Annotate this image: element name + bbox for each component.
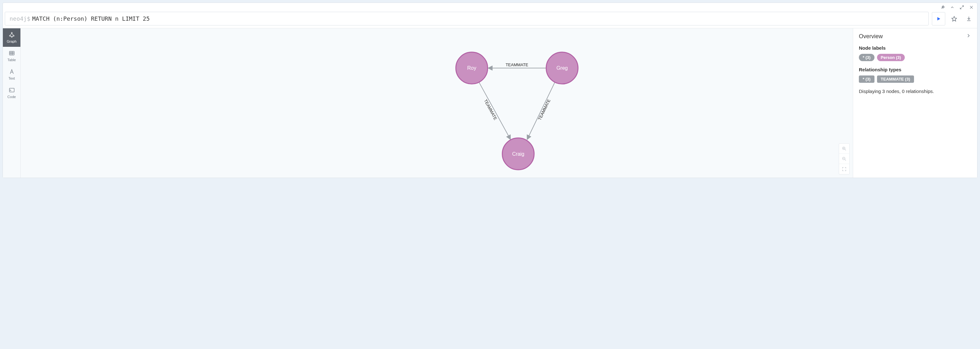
pin-icon[interactable]	[940, 5, 945, 10]
result-frame: neo4j$ MATCH (n:Person) RETURN n LIMIT 2…	[3, 3, 977, 178]
node-roy[interactable]: Roy	[456, 52, 488, 84]
text-icon	[9, 68, 15, 76]
sidebar-item-label: Table	[7, 58, 16, 62]
svg-line-8	[12, 33, 13, 35]
svg-point-3	[11, 32, 12, 33]
query-row: neo4j$ MATCH (n:Person) RETURN n LIMIT 2…	[3, 11, 977, 28]
node-label: Greg	[556, 65, 568, 71]
edge-label: TEAMMATE	[483, 98, 498, 121]
chevron-right-icon[interactable]	[966, 33, 971, 40]
window-icon-bar	[3, 3, 977, 11]
svg-line-21	[845, 149, 846, 150]
sidebar-item-label: Graph	[7, 40, 17, 43]
edge-label: TEAMMATE	[537, 98, 552, 121]
edge-label: TEAMMATE	[506, 62, 528, 67]
sidebar-item-code[interactable]: Code	[3, 84, 21, 102]
sidebar-item-text[interactable]: Text	[3, 65, 21, 84]
svg-point-4	[9, 35, 10, 36]
zoom-fit-button[interactable]	[839, 164, 849, 174]
svg-line-9	[10, 36, 11, 36]
svg-line-10	[12, 36, 13, 36]
zoom-out-button[interactable]	[839, 154, 849, 164]
pill-teammate[interactable]: TEAMMATE (3)	[877, 76, 914, 83]
close-icon[interactable]	[969, 5, 974, 10]
view-sidebar: Graph Table Text Code	[3, 29, 21, 178]
relationship-types-heading: Relationship types	[859, 67, 971, 72]
run-button[interactable]	[932, 12, 945, 25]
table-icon	[9, 50, 15, 57]
main-area: Graph Table Text Code	[3, 28, 977, 178]
prompt-label: neo4j$	[10, 15, 30, 22]
pill-all-nodes[interactable]: * (3)	[859, 54, 875, 61]
graph-canvas[interactable]: TEAMMATE TEAMMATE TEAMMATE Roy Greg	[21, 29, 853, 178]
collapse-up-icon[interactable]	[950, 5, 955, 10]
node-label-pills: * (3) Person (3)	[859, 54, 971, 61]
pill-person[interactable]: Person (3)	[877, 54, 905, 61]
overview-panel: Overview Node labels * (3) Person (3) Re…	[853, 29, 977, 178]
overview-header: Overview	[859, 33, 971, 40]
query-text: MATCH (n:Person) RETURN n LIMIT 25	[32, 15, 150, 22]
relationship-type-pills: * (3) TEAMMATE (3)	[859, 76, 971, 83]
svg-marker-2	[952, 16, 957, 21]
svg-rect-11	[9, 51, 14, 55]
svg-line-7	[10, 33, 12, 35]
download-icon[interactable]	[963, 12, 975, 25]
node-labels-heading: Node labels	[859, 45, 971, 51]
pill-all-relationships[interactable]: * (3)	[859, 76, 875, 83]
display-status: Displaying 3 nodes, 0 relationships.	[859, 89, 971, 94]
favorite-icon[interactable]	[948, 12, 960, 25]
sidebar-item-label: Code	[7, 95, 16, 99]
graph-icon	[9, 32, 15, 38]
edge-roy-craig[interactable]	[479, 82, 511, 140]
code-icon	[9, 87, 15, 94]
overview-title: Overview	[859, 33, 883, 40]
node-craig[interactable]: Craig	[503, 138, 534, 170]
expand-icon[interactable]	[959, 5, 964, 10]
query-input[interactable]: neo4j$ MATCH (n:Person) RETURN n LIMIT 2…	[5, 12, 929, 25]
sidebar-item-graph[interactable]: Graph	[3, 29, 21, 47]
svg-line-25	[845, 160, 846, 160]
node-greg[interactable]: Greg	[546, 52, 578, 84]
sidebar-item-label: Text	[8, 76, 15, 80]
node-label: Roy	[468, 65, 476, 71]
node-label: Craig	[512, 151, 524, 157]
zoom-controls	[839, 143, 850, 174]
graph-svg: TEAMMATE TEAMMATE TEAMMATE Roy Greg	[21, 29, 853, 178]
sidebar-item-table[interactable]: Table	[3, 47, 21, 65]
zoom-in-button[interactable]	[839, 144, 849, 154]
svg-point-5	[13, 35, 14, 36]
